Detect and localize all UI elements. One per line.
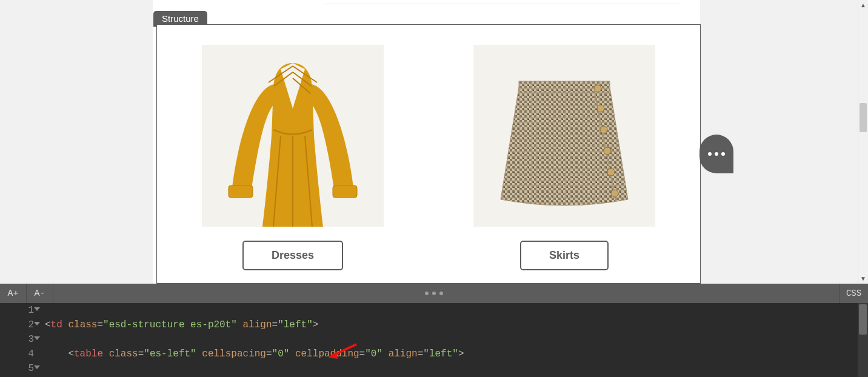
svg-rect-2 bbox=[333, 185, 357, 198]
svg-point-9 bbox=[594, 85, 601, 92]
svg-point-12 bbox=[604, 147, 611, 155]
product-column-skirts: Skirts bbox=[429, 45, 700, 283]
svg-point-13 bbox=[607, 168, 615, 176]
line-gutter: 1 2 3 4 5 bbox=[0, 303, 38, 377]
scroll-thumb[interactable] bbox=[860, 103, 867, 132]
svg-point-10 bbox=[597, 105, 604, 112]
css-tab-button[interactable]: CSS bbox=[839, 284, 868, 303]
font-increase-button[interactable]: A+ bbox=[0, 284, 27, 303]
svg-point-14 bbox=[611, 190, 618, 197]
font-decrease-button[interactable]: A- bbox=[27, 284, 53, 303]
dress-illustration-icon bbox=[202, 45, 384, 227]
scroll-down-icon[interactable]: ▼ bbox=[858, 273, 868, 284]
svg-rect-1 bbox=[229, 185, 253, 198]
drag-handle-icon[interactable] bbox=[425, 292, 443, 295]
product-column-dresses: Dresses bbox=[157, 45, 429, 283]
scroll-up-icon[interactable]: ▲ bbox=[858, 0, 868, 10]
ellipsis-icon bbox=[708, 152, 725, 156]
svg-point-11 bbox=[600, 126, 607, 133]
line-number: 2 bbox=[28, 319, 34, 330]
canvas-scrollbar[interactable]: ▲ ▼ bbox=[858, 0, 868, 284]
code-body[interactable]: 1 2 3 4 5 <td class="esd-structure es-p2… bbox=[0, 303, 868, 377]
dresses-button[interactable]: Dresses bbox=[242, 241, 343, 270]
product-image-dress[interactable] bbox=[202, 45, 384, 227]
line-number: 5 bbox=[28, 363, 34, 374]
design-canvas-area: Structure bbox=[0, 0, 868, 284]
skirts-button[interactable]: Skirts bbox=[520, 241, 609, 270]
code-scroll-thumb[interactable] bbox=[859, 304, 867, 335]
skirt-illustration-icon bbox=[473, 45, 655, 227]
more-actions-button[interactable] bbox=[699, 135, 733, 173]
structure-block[interactable]: Dresses bbox=[156, 24, 701, 284]
code-toolbar: A+ A- CSS bbox=[0, 284, 868, 303]
product-image-skirt[interactable] bbox=[473, 45, 655, 227]
code-editor-panel: A+ A- CSS 1 2 3 4 5 <td class="esd-struc… bbox=[0, 284, 868, 377]
code-content[interactable]: <td class="esd-structure es-p20t" align=… bbox=[38, 303, 858, 377]
divider bbox=[324, 4, 681, 4]
line-number: 1 bbox=[28, 305, 34, 316]
code-scrollbar[interactable] bbox=[858, 303, 868, 377]
line-number: 4 bbox=[28, 349, 34, 359]
line-number: 3 bbox=[28, 334, 34, 345]
